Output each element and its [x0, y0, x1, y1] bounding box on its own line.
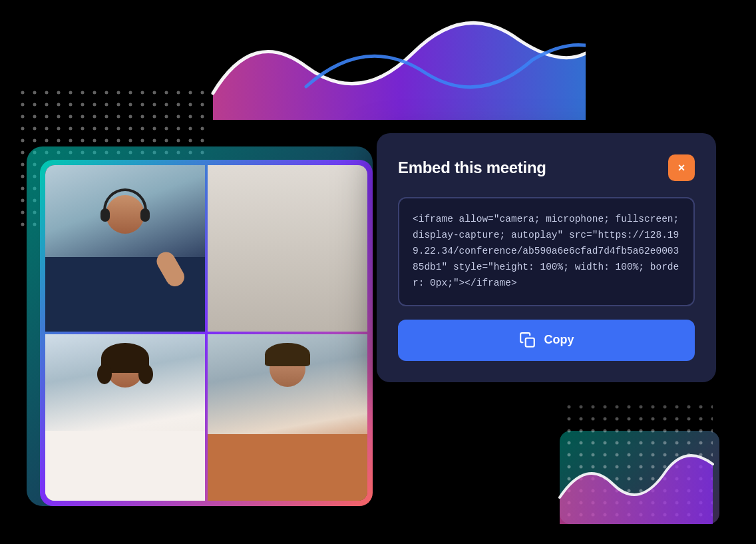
wave-decoration-bottom [553, 431, 719, 524]
dialog-title: Embed this meeting [398, 158, 546, 177]
video-cell-2 [208, 165, 367, 332]
scene: Embed this meeting × <iframe allow="came… [0, 0, 756, 544]
video-grid [40, 160, 373, 506]
video-cell-1 [45, 165, 205, 332]
wave-decoration-top [173, 0, 586, 120]
video-grid-inner [45, 165, 367, 501]
code-box: <iframe allow="camera; microphone; fulls… [398, 197, 695, 306]
video-cell-4 [208, 334, 367, 501]
close-button[interactable]: × [668, 154, 695, 181]
dialog-header: Embed this meeting × [398, 154, 695, 181]
copy-icon [519, 332, 536, 349]
code-snippet: <iframe allow="camera; microphone; fulls… [413, 214, 679, 288]
copy-button-label: Copy [544, 333, 574, 347]
embed-dialog: Embed this meeting × <iframe allow="came… [377, 133, 716, 382]
copy-button[interactable]: Copy [398, 320, 695, 361]
svg-rect-2 [525, 338, 534, 346]
video-cell-3 [45, 334, 205, 501]
